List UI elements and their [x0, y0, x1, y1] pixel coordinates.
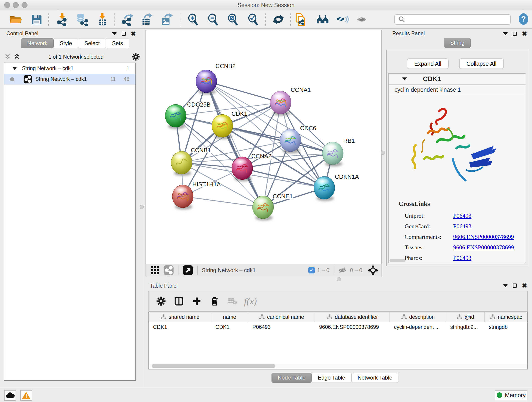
network-node-cdc6[interactable]: CDC6 — [280, 125, 316, 153]
delete-column-icon[interactable] — [206, 293, 224, 309]
tab-select[interactable]: Select — [78, 38, 106, 48]
network-node-rb1[interactable]: RB1 — [322, 138, 355, 167]
column-header[interactable]: database identifier — [315, 312, 390, 322]
import-network-icon[interactable] — [55, 12, 70, 27]
import-network-from-database-icon[interactable] — [74, 12, 89, 27]
zoom-in-icon[interactable] — [186, 12, 201, 27]
show-columns-icon[interactable] — [170, 293, 188, 309]
table-cell[interactable]: CDK1 — [211, 324, 248, 330]
network-collection-row[interactable]: String Network – cdk1 1 — [4, 63, 135, 74]
table-cell[interactable]: P06493 — [248, 324, 315, 330]
network-node-ccna1[interactable]: CCNA1 — [270, 87, 311, 116]
tab-node-table[interactable]: Node Table — [272, 373, 312, 383]
refresh-icon[interactable] — [271, 12, 286, 27]
table-horizontal-scrollbar[interactable] — [150, 364, 527, 368]
network-node-hist1h1a[interactable]: HIST1H1A — [172, 181, 221, 210]
network-canvas[interactable]: CCNB2CCNA1CDC25BCDK1CDC6RB1CCNB1CCNA2CDK… — [145, 30, 382, 264]
table-options-gear-icon[interactable] — [152, 293, 170, 309]
column-header[interactable]: canonical name — [248, 312, 315, 322]
table-cell[interactable]: 9606.ENSP00000378699 — [315, 324, 390, 330]
network-edge[interactable] — [206, 81, 280, 103]
float-panel-icon[interactable] — [513, 283, 517, 288]
collapse-entry-icon[interactable] — [402, 77, 407, 80]
table-cell[interactable]: CDK1 — [149, 324, 211, 330]
expand-all-button[interactable]: Expand All — [407, 58, 449, 69]
tab-network[interactable]: Network — [21, 38, 54, 48]
selected-checkbox-icon[interactable]: ✓ — [308, 267, 315, 274]
network-options-gear-icon[interactable] — [131, 52, 140, 61]
panel-menu-icon[interactable] — [503, 32, 508, 35]
table-cell[interactable]: stringdb — [485, 324, 527, 330]
search-input[interactable] — [408, 16, 510, 23]
share-document-icon[interactable] — [293, 12, 308, 27]
right-splitter-handle[interactable] — [381, 151, 385, 155]
network-node-ccne1[interactable]: CCNE1 — [253, 193, 293, 221]
table-cell[interactable]: cyclin-dependent ... — [390, 324, 446, 330]
zoom-out-icon[interactable] — [206, 12, 221, 27]
cloud-icon[interactable] — [4, 390, 16, 401]
tab-string[interactable]: String — [444, 38, 471, 48]
export-table-icon[interactable] — [139, 12, 154, 27]
scrollbar-thumb[interactable] — [152, 364, 275, 368]
left-splitter-handle[interactable] — [140, 205, 144, 209]
save-session-icon[interactable] — [29, 12, 44, 27]
horizontal-splitter-handle[interactable] — [337, 277, 341, 281]
crosslink-uniprot[interactable]: P06493 — [453, 212, 471, 219]
float-panel-icon[interactable] — [513, 32, 517, 36]
search-field[interactable] — [394, 14, 511, 25]
panel-menu-icon[interactable] — [503, 284, 508, 287]
expand-all-networks-icon[interactable] — [4, 53, 12, 61]
memory-button[interactable]: Memory — [495, 390, 527, 400]
float-panel-icon[interactable] — [122, 32, 126, 36]
import-table-icon[interactable] — [95, 12, 110, 27]
birdseye-toggle-icon[interactable] — [183, 265, 193, 275]
panel-menu-icon[interactable] — [112, 32, 117, 35]
collection-expand-icon[interactable] — [12, 67, 17, 70]
column-header[interactable]: name — [211, 312, 248, 322]
tab-edge-table[interactable]: Edge Table — [312, 373, 351, 383]
tab-network-table[interactable]: Network Table — [351, 373, 399, 383]
collapse-all-button[interactable]: Collapse All — [459, 58, 504, 69]
close-panel-icon[interactable]: ✖ — [522, 32, 527, 36]
memory-label: Memory — [505, 392, 526, 399]
create-column-icon[interactable] — [188, 293, 206, 309]
crosslink-pharos[interactable]: P06493 — [453, 255, 471, 262]
help-icon[interactable]: ? — [518, 13, 529, 25]
warning-icon[interactable] — [20, 390, 32, 401]
network-edge[interactable] — [206, 81, 263, 207]
close-panel-icon[interactable]: ✖ — [522, 283, 527, 288]
zoom-selected-icon[interactable] — [246, 12, 261, 27]
show-all-icon[interactable] — [355, 12, 370, 27]
hide-selected-icon[interactable] — [335, 12, 350, 27]
column-header[interactable]: namespac — [485, 312, 527, 322]
home-icon[interactable] — [315, 12, 330, 27]
network-edge[interactable] — [183, 196, 263, 207]
table-row[interactable]: CDK1CDK1P064939606.ENSP00000378699cyclin… — [149, 322, 527, 332]
network-row-selected[interactable]: String Network – cdk1 11 48 — [4, 74, 135, 85]
crosslink-compartments[interactable]: 9606.ENSP00000378699 — [453, 234, 514, 240]
column-header[interactable]: description — [390, 312, 446, 322]
zoom-fit-icon[interactable] — [225, 12, 241, 27]
tab-sets[interactable]: Sets — [106, 38, 129, 48]
network-node-cdkn1a[interactable]: CDKN1A — [314, 173, 359, 201]
crosslink-tissues[interactable]: 9606.ENSP00000378699 — [453, 244, 514, 251]
column-header[interactable]: @id — [446, 312, 485, 322]
open-session-icon[interactable] — [8, 12, 23, 27]
collapse-all-networks-icon[interactable] — [13, 53, 21, 61]
network-selection-status: 1 of 1 Network selected — [21, 54, 131, 60]
grid-view-icon[interactable] — [150, 265, 160, 275]
hierarchy-icon — [160, 314, 166, 320]
export-network-icon[interactable] — [120, 12, 135, 27]
export-image-icon[interactable] — [159, 12, 174, 27]
network-view-share-icon[interactable] — [163, 265, 174, 275]
hierarchy-icon — [401, 314, 407, 320]
column-header[interactable]: shared name — [149, 312, 211, 322]
crosslink-genecard[interactable]: P06493 — [453, 223, 471, 230]
table-cell[interactable]: stringdb:9... — [446, 324, 485, 330]
tab-style[interactable]: Style — [54, 38, 78, 48]
results-scrollbar[interactable] — [389, 259, 405, 262]
node-result-header[interactable]: CDK1 — [389, 74, 526, 85]
network-node-cdk1[interactable]: CDK1 — [212, 110, 247, 139]
pan-crosshair-icon[interactable] — [367, 264, 379, 276]
close-panel-icon[interactable]: ✖ — [131, 32, 136, 36]
